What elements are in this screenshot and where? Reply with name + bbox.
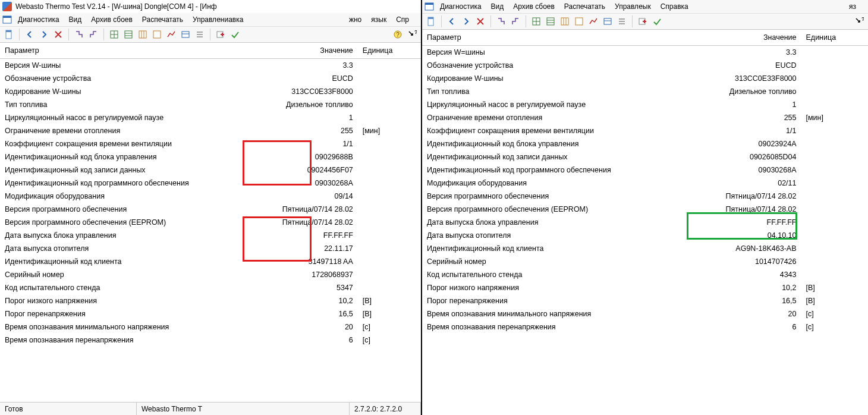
table-row[interactable]: Тип топливаДизельное топливо bbox=[422, 85, 868, 98]
table-row[interactable]: Модификация оборудования02/11 bbox=[422, 177, 868, 190]
table-row[interactable]: Порог перенапряжения16,5[В] bbox=[422, 294, 868, 307]
close-icon[interactable] bbox=[52, 28, 65, 41]
col-value[interactable]: Значение bbox=[668, 30, 801, 46]
help-arrow-icon[interactable]: ? bbox=[853, 15, 866, 28]
table-row[interactable]: Время опознавания перенапряжения6[с] bbox=[0, 334, 421, 347]
menu-диагностика[interactable]: Диагностика bbox=[13, 14, 64, 25]
help-arrow-icon[interactable]: ? bbox=[405, 28, 419, 41]
grid-left[interactable]: Параметр Значение Единица Версия W-шины3… bbox=[0, 43, 421, 402]
menu-управлеык[interactable]: Управлеык bbox=[610, 1, 656, 12]
close-icon[interactable] bbox=[474, 15, 487, 28]
seq1-icon[interactable] bbox=[495, 15, 508, 28]
table-row[interactable]: Идентификационный код блока управления09… bbox=[422, 137, 868, 150]
table-row[interactable]: Кодирование W-шины313CC0E33F8000 bbox=[422, 72, 868, 85]
table-row[interactable]: Ограничение времени отопления255[мин] bbox=[422, 111, 868, 124]
table-row[interactable]: Коэффициент сокращения времени вентиляци… bbox=[422, 124, 868, 137]
grid3-icon[interactable] bbox=[558, 15, 571, 28]
table-row[interactable]: Версия W=шины3.3 bbox=[422, 46, 868, 59]
seq2-icon[interactable] bbox=[87, 28, 100, 41]
menu-язык[interactable]: язык bbox=[366, 14, 391, 25]
seq2-icon[interactable] bbox=[509, 15, 522, 28]
table-row[interactable]: Идентификационный код программного обесп… bbox=[422, 164, 868, 177]
table-row[interactable]: Циркуляционный насос в регулируемой пауз… bbox=[422, 98, 868, 111]
col-unit[interactable]: Единица bbox=[801, 30, 869, 46]
col-value[interactable]: Значение bbox=[231, 43, 357, 59]
table-row[interactable]: Время опознавания перенапряжения6[с] bbox=[422, 320, 868, 334]
menu-диагностика[interactable]: Диагностика bbox=[435, 1, 486, 12]
table-row[interactable]: Время опознавания минимального напряжени… bbox=[422, 307, 868, 320]
check-icon[interactable] bbox=[228, 28, 241, 41]
table-row[interactable]: Идентификационный код записи данных09024… bbox=[0, 164, 421, 177]
table-row[interactable]: Модификация оборудования09/14 bbox=[0, 190, 421, 203]
table-row[interactable]: Идентификационный код клиента31497118 AA bbox=[0, 255, 421, 268]
table-row[interactable]: Коэффициент сокращения времени вентиляци… bbox=[0, 137, 421, 150]
table-icon[interactable] bbox=[179, 28, 192, 41]
table-row[interactable]: Идентификационный код программного обесп… bbox=[0, 177, 421, 190]
table-row[interactable]: Код испытательного стенда5347 bbox=[0, 281, 421, 294]
grid1-icon[interactable] bbox=[530, 15, 543, 28]
arrow-right-icon[interactable] bbox=[37, 28, 51, 41]
table-row[interactable]: Серийный номер1014707426 bbox=[422, 255, 868, 268]
table-row[interactable]: Идентификационный код записи данных09026… bbox=[422, 150, 868, 164]
arrow-right-icon[interactable] bbox=[460, 15, 473, 28]
grid1-icon[interactable] bbox=[108, 28, 121, 41]
table-row[interactable]: Код испытательного стенда4343 bbox=[422, 268, 868, 281]
menu-архив сбоев[interactable]: Архив сбоев bbox=[86, 14, 137, 25]
grid4-icon[interactable] bbox=[573, 15, 586, 28]
table-row[interactable]: Идентификационный код блока управления09… bbox=[0, 150, 421, 164]
menu-архив сбоев[interactable]: Архив сбоев bbox=[508, 1, 559, 12]
table-row[interactable]: Дата выпуска отопителя04.10.10 bbox=[422, 229, 868, 242]
table-row[interactable]: Версия программного обеспеченияПятница/0… bbox=[0, 203, 421, 216]
chart-icon[interactable] bbox=[587, 15, 600, 28]
help-icon[interactable]: ? bbox=[391, 28, 404, 41]
seq1-icon[interactable] bbox=[73, 28, 86, 41]
menu-яз[interactable]: яз bbox=[844, 1, 861, 12]
arrow-left-icon[interactable] bbox=[445, 15, 458, 28]
table-row[interactable]: Тип топливаДизельное топливо bbox=[0, 98, 421, 111]
table-row[interactable]: Версия программного обеспечения (EEPROM)… bbox=[422, 203, 868, 216]
menu-вид[interactable]: Вид bbox=[64, 14, 87, 25]
table-row[interactable]: Версия программного обеспеченияПятница/0… bbox=[422, 190, 868, 203]
grid-right[interactable]: Параметр Значение Единица Версия W=шины3… bbox=[422, 30, 868, 415]
table-row[interactable]: Время опознавания минимального напряжени… bbox=[0, 320, 421, 334]
list-icon[interactable] bbox=[193, 28, 206, 41]
table-row[interactable]: Циркуляционный насос в регулируемой пауз… bbox=[0, 111, 421, 124]
doc-icon[interactable] bbox=[424, 15, 438, 28]
plus-icon[interactable] bbox=[636, 15, 649, 28]
table-row[interactable]: Обозначение устройстваEUCD bbox=[0, 72, 421, 85]
table-row[interactable]: Дата выпуска блока управленияFF.FF.FF bbox=[0, 229, 421, 242]
grid3-icon[interactable] bbox=[136, 28, 149, 41]
grid2-icon[interactable] bbox=[544, 15, 557, 28]
table-row[interactable]: Ограничение времени отопления255[мин] bbox=[0, 124, 421, 137]
grid4-icon[interactable] bbox=[150, 28, 163, 41]
table-icon[interactable] bbox=[601, 15, 614, 28]
table-row[interactable]: Дата выпуска отопителя22.11.17 bbox=[0, 242, 421, 255]
col-param[interactable]: Параметр bbox=[0, 43, 231, 59]
menu-жно[interactable]: жно bbox=[344, 14, 366, 25]
menu-управлениавка[interactable]: Управлениавка bbox=[188, 14, 248, 25]
table-row[interactable]: Дата выпуска блока управленияFF.FF.FF bbox=[422, 216, 868, 229]
menu-распечатать[interactable]: Распечатать bbox=[137, 14, 188, 25]
menu-распечатать[interactable]: Распечатать bbox=[559, 1, 610, 12]
table-row[interactable]: Кодирование W-шины313CC0E33F8000 bbox=[0, 85, 421, 98]
check-icon[interactable] bbox=[650, 15, 663, 28]
chart-icon[interactable] bbox=[165, 28, 178, 41]
plus-icon[interactable] bbox=[214, 28, 227, 41]
arrow-left-icon[interactable] bbox=[23, 28, 36, 41]
col-param[interactable]: Параметр bbox=[422, 30, 668, 46]
table-row[interactable]: Обозначение устройстваEUCD bbox=[422, 59, 868, 72]
col-unit[interactable]: Единица bbox=[358, 43, 421, 59]
table-row[interactable]: Серийный номер1728068937 bbox=[0, 268, 421, 281]
table-row[interactable]: Порог перенапряжения16,5[В] bbox=[0, 307, 421, 320]
menu-справка[interactable]: Справка bbox=[656, 1, 693, 12]
table-row[interactable]: Порог низкого напряжения10,2[В] bbox=[0, 294, 421, 307]
grid2-icon[interactable] bbox=[122, 28, 135, 41]
doc-icon[interactable] bbox=[2, 28, 15, 41]
table-row[interactable]: Идентификационный код клиентаAG9N-18K463… bbox=[422, 242, 868, 255]
table-row[interactable]: Версия W-шины3.3 bbox=[0, 59, 421, 73]
list-icon[interactable] bbox=[615, 15, 628, 28]
menu-Спр[interactable]: Спр bbox=[391, 14, 414, 25]
menu-вид[interactable]: Вид bbox=[486, 1, 509, 12]
table-row[interactable]: Версия программного обеспечения (EEPROM)… bbox=[0, 216, 421, 229]
table-row[interactable]: Порог низкого напряжения10,2[В] bbox=[422, 281, 868, 294]
